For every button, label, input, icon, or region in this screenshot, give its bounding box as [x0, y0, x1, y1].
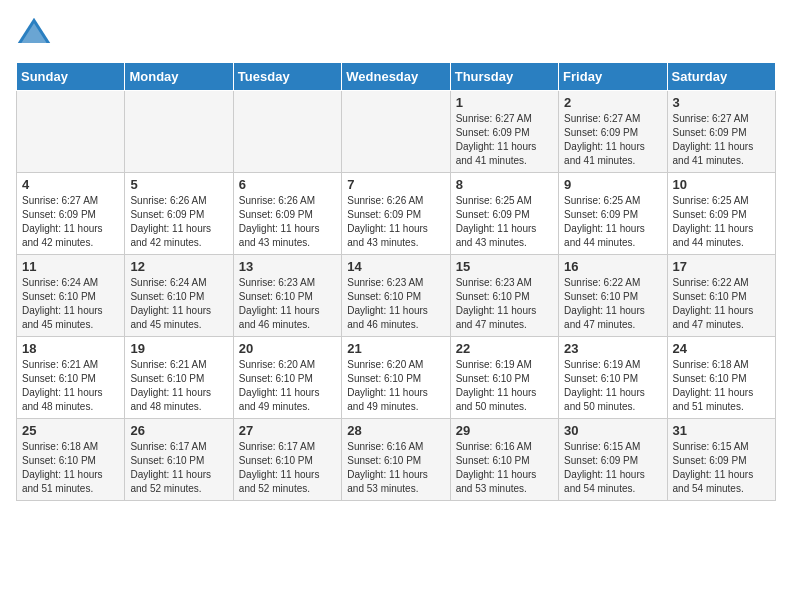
page-header [16, 16, 776, 52]
day-content: Sunrise: 6:26 AMSunset: 6:09 PMDaylight:… [347, 194, 444, 250]
day-number: 14 [347, 259, 444, 274]
day-cell: 31Sunrise: 6:15 AMSunset: 6:09 PMDayligh… [667, 419, 775, 501]
day-content: Sunrise: 6:25 AMSunset: 6:09 PMDaylight:… [564, 194, 661, 250]
day-cell: 23Sunrise: 6:19 AMSunset: 6:10 PMDayligh… [559, 337, 667, 419]
day-cell: 16Sunrise: 6:22 AMSunset: 6:10 PMDayligh… [559, 255, 667, 337]
day-content: Sunrise: 6:23 AMSunset: 6:10 PMDaylight:… [347, 276, 444, 332]
day-number: 5 [130, 177, 227, 192]
week-row-3: 11Sunrise: 6:24 AMSunset: 6:10 PMDayligh… [17, 255, 776, 337]
day-number: 26 [130, 423, 227, 438]
header-wednesday: Wednesday [342, 63, 450, 91]
week-row-1: 1Sunrise: 6:27 AMSunset: 6:09 PMDaylight… [17, 91, 776, 173]
day-cell: 10Sunrise: 6:25 AMSunset: 6:09 PMDayligh… [667, 173, 775, 255]
day-content: Sunrise: 6:23 AMSunset: 6:10 PMDaylight:… [239, 276, 336, 332]
day-content: Sunrise: 6:16 AMSunset: 6:10 PMDaylight:… [347, 440, 444, 496]
day-number: 16 [564, 259, 661, 274]
day-content: Sunrise: 6:25 AMSunset: 6:09 PMDaylight:… [456, 194, 553, 250]
day-number: 30 [564, 423, 661, 438]
day-content: Sunrise: 6:25 AMSunset: 6:09 PMDaylight:… [673, 194, 770, 250]
header-friday: Friday [559, 63, 667, 91]
day-content: Sunrise: 6:26 AMSunset: 6:09 PMDaylight:… [130, 194, 227, 250]
week-row-5: 25Sunrise: 6:18 AMSunset: 6:10 PMDayligh… [17, 419, 776, 501]
header-saturday: Saturday [667, 63, 775, 91]
day-cell: 17Sunrise: 6:22 AMSunset: 6:10 PMDayligh… [667, 255, 775, 337]
day-content: Sunrise: 6:16 AMSunset: 6:10 PMDaylight:… [456, 440, 553, 496]
day-number: 2 [564, 95, 661, 110]
day-content: Sunrise: 6:20 AMSunset: 6:10 PMDaylight:… [239, 358, 336, 414]
day-number: 21 [347, 341, 444, 356]
day-number: 12 [130, 259, 227, 274]
day-number: 3 [673, 95, 770, 110]
calendar-header: SundayMondayTuesdayWednesdayThursdayFrid… [17, 63, 776, 91]
day-number: 25 [22, 423, 119, 438]
day-content: Sunrise: 6:22 AMSunset: 6:10 PMDaylight:… [564, 276, 661, 332]
day-content: Sunrise: 6:18 AMSunset: 6:10 PMDaylight:… [673, 358, 770, 414]
day-content: Sunrise: 6:20 AMSunset: 6:10 PMDaylight:… [347, 358, 444, 414]
day-cell: 9Sunrise: 6:25 AMSunset: 6:09 PMDaylight… [559, 173, 667, 255]
header-monday: Monday [125, 63, 233, 91]
day-content: Sunrise: 6:17 AMSunset: 6:10 PMDaylight:… [130, 440, 227, 496]
day-number: 22 [456, 341, 553, 356]
day-number: 23 [564, 341, 661, 356]
day-number: 11 [22, 259, 119, 274]
day-content: Sunrise: 6:19 AMSunset: 6:10 PMDaylight:… [564, 358, 661, 414]
header-sunday: Sunday [17, 63, 125, 91]
day-cell: 19Sunrise: 6:21 AMSunset: 6:10 PMDayligh… [125, 337, 233, 419]
day-cell: 28Sunrise: 6:16 AMSunset: 6:10 PMDayligh… [342, 419, 450, 501]
day-cell: 8Sunrise: 6:25 AMSunset: 6:09 PMDaylight… [450, 173, 558, 255]
day-content: Sunrise: 6:24 AMSunset: 6:10 PMDaylight:… [22, 276, 119, 332]
day-cell: 29Sunrise: 6:16 AMSunset: 6:10 PMDayligh… [450, 419, 558, 501]
day-cell: 24Sunrise: 6:18 AMSunset: 6:10 PMDayligh… [667, 337, 775, 419]
day-content: Sunrise: 6:22 AMSunset: 6:10 PMDaylight:… [673, 276, 770, 332]
day-cell [17, 91, 125, 173]
day-number: 15 [456, 259, 553, 274]
day-content: Sunrise: 6:19 AMSunset: 6:10 PMDaylight:… [456, 358, 553, 414]
day-number: 7 [347, 177, 444, 192]
logo [16, 16, 56, 52]
day-content: Sunrise: 6:27 AMSunset: 6:09 PMDaylight:… [564, 112, 661, 168]
day-number: 10 [673, 177, 770, 192]
header-row: SundayMondayTuesdayWednesdayThursdayFrid… [17, 63, 776, 91]
day-cell: 30Sunrise: 6:15 AMSunset: 6:09 PMDayligh… [559, 419, 667, 501]
logo-icon [16, 16, 52, 52]
day-cell: 11Sunrise: 6:24 AMSunset: 6:10 PMDayligh… [17, 255, 125, 337]
week-row-2: 4Sunrise: 6:27 AMSunset: 6:09 PMDaylight… [17, 173, 776, 255]
day-cell: 14Sunrise: 6:23 AMSunset: 6:10 PMDayligh… [342, 255, 450, 337]
day-cell: 6Sunrise: 6:26 AMSunset: 6:09 PMDaylight… [233, 173, 341, 255]
day-number: 19 [130, 341, 227, 356]
day-number: 13 [239, 259, 336, 274]
day-cell: 22Sunrise: 6:19 AMSunset: 6:10 PMDayligh… [450, 337, 558, 419]
day-content: Sunrise: 6:17 AMSunset: 6:10 PMDaylight:… [239, 440, 336, 496]
day-cell: 13Sunrise: 6:23 AMSunset: 6:10 PMDayligh… [233, 255, 341, 337]
day-content: Sunrise: 6:27 AMSunset: 6:09 PMDaylight:… [456, 112, 553, 168]
day-number: 29 [456, 423, 553, 438]
day-number: 4 [22, 177, 119, 192]
day-content: Sunrise: 6:15 AMSunset: 6:09 PMDaylight:… [564, 440, 661, 496]
day-content: Sunrise: 6:21 AMSunset: 6:10 PMDaylight:… [22, 358, 119, 414]
day-cell: 4Sunrise: 6:27 AMSunset: 6:09 PMDaylight… [17, 173, 125, 255]
day-number: 6 [239, 177, 336, 192]
day-content: Sunrise: 6:15 AMSunset: 6:09 PMDaylight:… [673, 440, 770, 496]
day-cell: 26Sunrise: 6:17 AMSunset: 6:10 PMDayligh… [125, 419, 233, 501]
day-cell [233, 91, 341, 173]
week-row-4: 18Sunrise: 6:21 AMSunset: 6:10 PMDayligh… [17, 337, 776, 419]
day-cell: 25Sunrise: 6:18 AMSunset: 6:10 PMDayligh… [17, 419, 125, 501]
day-cell: 3Sunrise: 6:27 AMSunset: 6:09 PMDaylight… [667, 91, 775, 173]
day-content: Sunrise: 6:23 AMSunset: 6:10 PMDaylight:… [456, 276, 553, 332]
day-cell: 15Sunrise: 6:23 AMSunset: 6:10 PMDayligh… [450, 255, 558, 337]
day-cell: 2Sunrise: 6:27 AMSunset: 6:09 PMDaylight… [559, 91, 667, 173]
calendar-body: 1Sunrise: 6:27 AMSunset: 6:09 PMDaylight… [17, 91, 776, 501]
day-number: 28 [347, 423, 444, 438]
day-cell: 21Sunrise: 6:20 AMSunset: 6:10 PMDayligh… [342, 337, 450, 419]
day-cell: 27Sunrise: 6:17 AMSunset: 6:10 PMDayligh… [233, 419, 341, 501]
day-cell: 18Sunrise: 6:21 AMSunset: 6:10 PMDayligh… [17, 337, 125, 419]
day-number: 20 [239, 341, 336, 356]
day-content: Sunrise: 6:26 AMSunset: 6:09 PMDaylight:… [239, 194, 336, 250]
day-content: Sunrise: 6:27 AMSunset: 6:09 PMDaylight:… [673, 112, 770, 168]
day-number: 18 [22, 341, 119, 356]
day-number: 27 [239, 423, 336, 438]
day-content: Sunrise: 6:27 AMSunset: 6:09 PMDaylight:… [22, 194, 119, 250]
day-cell: 1Sunrise: 6:27 AMSunset: 6:09 PMDaylight… [450, 91, 558, 173]
day-number: 1 [456, 95, 553, 110]
header-tuesday: Tuesday [233, 63, 341, 91]
